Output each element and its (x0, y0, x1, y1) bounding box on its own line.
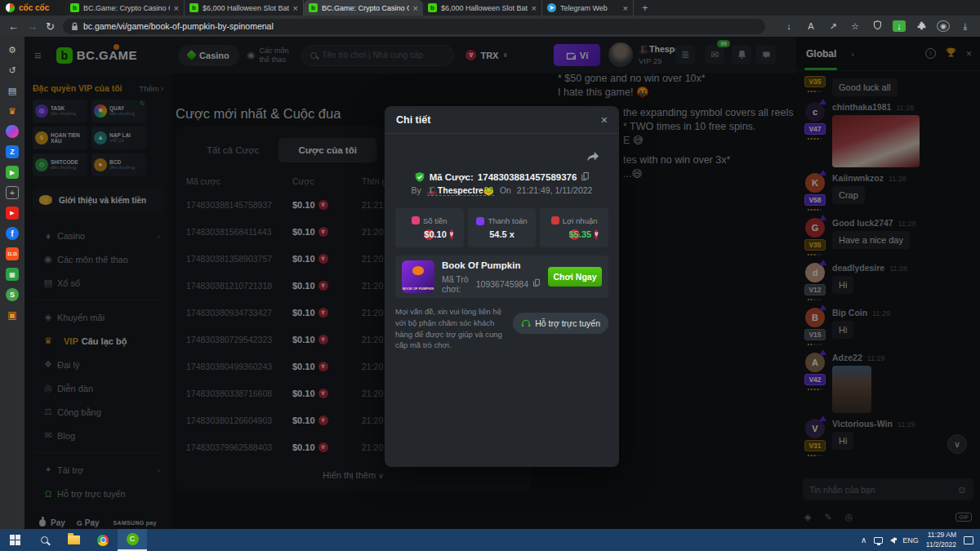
taskbar-search-icon[interactable] (29, 529, 59, 551)
downloads-tray-icon[interactable]: ⤓ (959, 21, 972, 32)
back-icon[interactable]: ← (8, 20, 19, 33)
tab-strip: b BC.Game: Crypto Casino Gam × b $6,000 … (65, 0, 634, 16)
start-button[interactable] (0, 529, 29, 551)
bet-id-label: Mã Cược: (430, 172, 474, 182)
game-thumbnail[interactable]: BOOK OF PUMPKIN (402, 260, 434, 293)
trx-coin-icon: ∇ (450, 229, 453, 239)
windows-taskbar: C ∧ ENG 11:29 AM 11/2/2022 (0, 529, 980, 551)
sidebar-icon[interactable]: ▶ (6, 166, 19, 179)
stat-icon (476, 217, 484, 225)
language-indicator[interactable]: ENG (902, 536, 919, 544)
stat-card: Lợi nhuận $5.35∇ (540, 208, 608, 247)
sidebar-icon[interactable]: Z (6, 145, 19, 158)
adblock-shield-icon[interactable] (871, 20, 884, 32)
stat-icon (551, 216, 559, 224)
live-support-button[interactable]: Hỗ trợ trực tuyến (513, 313, 608, 334)
profile-avatar-icon[interactable]: ◉ (937, 20, 950, 32)
copy-icon[interactable] (581, 170, 590, 184)
coccoc-logo-icon (5, 2, 16, 13)
stat-value: $5.35∇ (569, 229, 580, 240)
bettor-username[interactable]: 🎩Thespectre🐸 (427, 185, 494, 196)
stat-label: Lợi nhuận (563, 216, 598, 225)
sidebar-icon[interactable]: ▣ (6, 309, 19, 322)
tab-close-icon[interactable]: × (623, 3, 628, 13)
network-icon[interactable] (874, 537, 883, 544)
bet-details-modal: Chi tiết × Mã Cược: 1748303881457589376 … (385, 106, 619, 467)
tab-title: BC.Game: Crypto Casino Gan (322, 4, 409, 12)
tab-close-icon[interactable]: × (293, 3, 298, 13)
sidebar-icon[interactable]: ▶ (6, 207, 19, 220)
sidebar-icon[interactable]: ▦ (6, 268, 19, 281)
share-page-icon[interactable]: ↗ (826, 21, 840, 32)
bcgame-page: ≡ b BC.GAME Casino ◉ Các mônthể thao ∇ T… (24, 37, 980, 529)
file-explorer-icon[interactable] (59, 529, 88, 551)
coccoc-brand[interactable]: cốc cốc (0, 0, 65, 16)
browser-tab[interactable]: ➤ Telegram Web × (542, 0, 634, 16)
tab-close-icon[interactable]: × (174, 3, 179, 13)
stat-label: Thanh toán (488, 216, 527, 225)
sidebar-icon[interactable]: + (6, 186, 19, 199)
modal-title: Chi tiết (396, 114, 430, 126)
copy-icon[interactable] (532, 278, 541, 289)
headset-icon (521, 319, 531, 328)
tab-favicon: b (189, 3, 198, 12)
coccoc-taskbar-icon[interactable]: C (118, 529, 147, 551)
browser-url-bar: ← → ↻ bc.game/vi/game/book-of-pumpkin-by… (0, 16, 980, 37)
reload-icon[interactable]: ↻ (46, 20, 55, 33)
stat-card: Số tiền $0.10∇ (395, 208, 464, 247)
sidebar-icon[interactable]: ♛ (6, 104, 19, 118)
stat-value: 54.5 x∇ (489, 229, 514, 239)
by-label: By (412, 185, 421, 195)
chrome-icon[interactable] (88, 529, 118, 551)
tab-favicon: b (428, 3, 437, 12)
tab-title: BC.Game: Crypto Casino Gam (83, 4, 170, 12)
bookmark-star-icon[interactable]: ☆ (849, 21, 862, 32)
new-tab-button[interactable]: + (634, 0, 657, 16)
forward-icon[interactable]: → (27, 20, 38, 33)
browser-tab[interactable]: b BC.Game: Crypto Casino Gan × (304, 0, 423, 16)
stat-icon (412, 216, 420, 224)
sidebar-icon[interactable]: ↺ (6, 64, 19, 77)
extensions-puzzle-icon[interactable] (915, 21, 928, 32)
address-bar[interactable]: bc.game/vi/game/book-of-pumpkin-by-spino… (63, 19, 765, 34)
tab-favicon: b (309, 3, 318, 12)
tab-close-icon[interactable]: × (413, 3, 418, 13)
close-icon[interactable]: × (601, 113, 608, 127)
sidebar-icon[interactable]: S (6, 288, 19, 301)
url-text: bc.game/vi/game/book-of-pumpkin-by-spino… (83, 21, 274, 31)
bet-stat-cards: Số tiền $0.10∇ Thanh toán 54.5 x∇ (395, 208, 608, 247)
verified-shield-icon (414, 171, 425, 183)
share-icon[interactable] (586, 151, 599, 166)
browser-tab[interactable]: b $6,000 Halloween Slot Battle × (185, 0, 304, 16)
tab-title: $6,000 Halloween Slot Battle (203, 4, 289, 12)
tab-title: $6,000 Halloween Slot Battle (441, 4, 528, 12)
save-to-device-icon[interactable]: ↓ (782, 21, 795, 31)
url-bar-actions: ↓ A ↗ ☆ ↓ ◉ ⤓ (782, 20, 972, 32)
volume-icon[interactable] (890, 537, 895, 544)
clock[interactable]: 11:29 AM 11/2/2022 (926, 531, 956, 549)
browser-tab[interactable]: b BC.Game: Crypto Casino Gam × (65, 0, 185, 16)
translate-icon[interactable]: A (804, 21, 817, 31)
trx-coin-icon: ∇ (595, 229, 598, 239)
tab-close-icon[interactable]: × (532, 3, 537, 13)
sidebar-icon[interactable]: 11.11 (6, 247, 19, 260)
browser-tab[interactable]: b $6,000 Halloween Slot Battle × (423, 0, 542, 16)
stat-value: $0.10∇ (424, 229, 434, 240)
sidebar-icon[interactable]: ⚙ (6, 43, 19, 56)
bet-id-value: 1748303881457589376 (478, 172, 577, 182)
stat-card: Thanh toán 54.5 x∇ (468, 208, 537, 247)
sidebar-icon[interactable] (6, 125, 19, 138)
browser-tab-bar: cốc cốc b BC.Game: Crypto Casino Gam × b… (0, 0, 980, 16)
play-now-button[interactable]: Chơi Ngay (548, 267, 602, 287)
screen: cốc cốc b BC.Game: Crypto Casino Gam × b… (0, 0, 980, 551)
on-label: On (500, 185, 511, 195)
sidebar-icon[interactable]: ▤ (6, 84, 19, 97)
download-active-icon[interactable]: ↓ (893, 20, 906, 32)
tab-title: Telegram Web (560, 4, 619, 12)
sidebar-icon[interactable]: f (6, 227, 19, 240)
game-card: BOOK OF PUMPKIN Book Of Pumpkin Mã Trò c… (395, 256, 608, 298)
game-id-value: 10936745984 (476, 279, 528, 289)
hidden-icons-chevron[interactable]: ∧ (861, 535, 866, 544)
action-center-icon[interactable] (964, 536, 973, 544)
tab-favicon: b (70, 3, 79, 12)
